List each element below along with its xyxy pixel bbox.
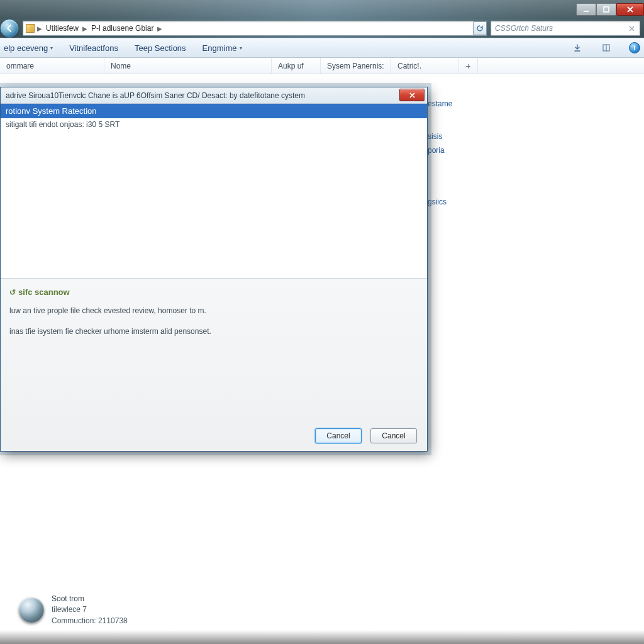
chevron-down-icon: ▾ <box>50 45 53 51</box>
dialog-content-area <box>1 134 427 279</box>
system-info-text: Soot trom tilewlece 7 Commuction: 211073… <box>52 594 128 626</box>
toolbar-item-label: Vitnifeactfons <box>69 43 118 53</box>
maximize-button[interactable] <box>596 3 616 16</box>
cancel-button-primary[interactable]: Cancel <box>315 428 362 443</box>
info-icon: i <box>633 43 635 52</box>
window-titlebar <box>0 0 644 19</box>
system-info-line: Soot trom <box>52 594 128 604</box>
download-icon <box>573 43 582 52</box>
back-arrow-icon <box>5 24 14 33</box>
column-headers: ommare Nome Aukp uf Sysem Panernis: Catr… <box>0 58 644 74</box>
bottom-shadow <box>0 630 644 644</box>
breadcrumb-bar[interactable]: ▶ Utitiesfew ▶ P-l adlusene Gbiar ▶ ▾ <box>23 21 487 36</box>
search-placeholder: CSSGrtch Saturs <box>495 24 553 33</box>
toolbar-item-sections[interactable]: Teep Sections <box>135 43 186 53</box>
dialog-status-line: sitigalt tifi endot onjoas: i30 5 SRT <box>1 118 427 134</box>
folder-favicon-icon <box>26 24 35 33</box>
chevron-right-icon: ▶ <box>36 25 43 32</box>
dialog-section-title: rotionv System Ratection <box>6 106 97 116</box>
columns-icon <box>602 43 611 52</box>
column-header[interactable]: Sysem Panernis: <box>321 58 391 74</box>
svg-rect-1 <box>604 7 609 12</box>
list-item[interactable]: gsiics <box>428 195 644 209</box>
dialog-lower-panel: ↺ sifc scannow luw an tive prople file c… <box>1 279 427 451</box>
list-item[interactable]: sisis <box>428 130 644 143</box>
command-toolbar: elp eceveng ▾ Vitnifeactfons Teep Sectio… <box>0 38 644 58</box>
refresh-icon <box>476 25 484 32</box>
svg-rect-0 <box>584 11 589 12</box>
system-info-panel: Soot trom tilewlece 7 Commuction: 211073… <box>19 594 128 626</box>
close-button[interactable] <box>616 3 644 16</box>
column-header[interactable]: ommare <box>0 58 104 74</box>
column-header[interactable]: Aukp uf <box>272 58 321 74</box>
maximize-icon <box>602 6 610 13</box>
system-orb-icon <box>19 597 44 623</box>
close-icon <box>626 6 634 13</box>
back-button[interactable] <box>0 19 19 38</box>
chevron-right-icon: ▶ <box>81 25 89 32</box>
address-row: ▶ Utitiesfew ▶ P-l adlusene Gbiar ▶ ▾ CS… <box>0 19 644 38</box>
chevron-down-icon: ▾ <box>240 45 242 51</box>
toolbar-item-engine[interactable]: Engmime ▾ <box>203 43 242 53</box>
column-header[interactable]: Nome <box>104 58 272 74</box>
cancel-button[interactable]: Cancel <box>370 428 417 443</box>
dialog-title: adrive Siroua10Tienvclc Chane is aUP 6Of… <box>6 91 305 100</box>
toolbar-item-label: Teep Sections <box>135 43 186 53</box>
close-icon <box>409 92 416 99</box>
system-info-line: Commuction: 2110738 <box>52 616 128 626</box>
search-input[interactable]: CSSGrtch Saturs <box>491 21 640 36</box>
system-info-line: tilewlece 7 <box>52 604 128 615</box>
refresh-small-icon: ↺ <box>9 288 16 297</box>
clear-search-icon[interactable] <box>628 25 636 33</box>
system-protection-dialog: adrive Siroua10Tienvclc Chane is aUP 6Of… <box>0 87 428 452</box>
view-options-button[interactable] <box>571 42 584 54</box>
dialog-button-row: Cancel Cancel <box>9 425 418 445</box>
help-button[interactable]: i <box>629 42 640 53</box>
dialog-titlebar[interactable]: adrive Siroua10Tienvclc Chane is aUP 6Of… <box>1 87 427 104</box>
chevron-right-icon: ▶ <box>156 25 164 32</box>
address-aux-buttons <box>473 21 487 36</box>
toolbar-item-label: elp eceveng <box>4 43 48 53</box>
minimize-button[interactable] <box>576 3 596 16</box>
toolbar-item-notifications[interactable]: Vitnifeactfons <box>69 43 118 53</box>
dialog-description: luw an tive prople file check evested re… <box>9 306 418 316</box>
dialog-close-button[interactable] <box>399 89 425 101</box>
column-header[interactable]: Catric!. <box>391 58 459 74</box>
toolbar-item-label: Engmime <box>203 43 237 53</box>
breadcrumb-segment[interactable]: Utitiesfew <box>45 24 80 33</box>
list-item[interactable]: estame <box>428 97 644 111</box>
dialog-section-header: rotionv System Ratection <box>1 104 427 118</box>
add-column-button[interactable]: + <box>459 58 478 74</box>
refresh-button[interactable] <box>473 21 487 35</box>
minimize-icon <box>582 6 590 13</box>
list-item[interactable]: poria <box>428 143 644 157</box>
preview-pane-button[interactable] <box>600 42 613 54</box>
dialog-description: inas tfie isystem fie checker urhome ims… <box>9 326 418 337</box>
breadcrumb-segment[interactable]: P-l adlusene Gbiar <box>90 24 155 33</box>
sfc-command-label: ↺ sifc scannow <box>9 287 418 297</box>
toolbar-item-help[interactable]: elp eceveng ▾ <box>4 43 53 53</box>
